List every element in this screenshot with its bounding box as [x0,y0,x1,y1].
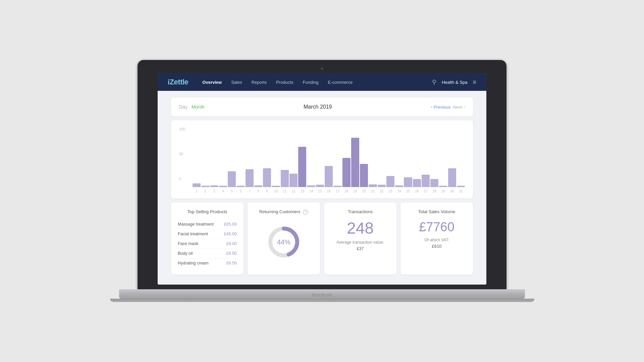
bar-group-25 [404,177,412,187]
prev-button[interactable]: ‹ Previous [431,105,451,110]
widgets-row: Top Selling Products Massage treatment£6… [171,202,473,275]
list-item: Massage treatment£65.00 [178,220,237,229]
x-label-25: 25 [404,189,412,193]
bar-group-5 [228,171,236,187]
camera [321,67,323,70]
x-label-4: 4 [219,189,227,193]
nav-ecommerce[interactable]: E-commerce [324,78,357,87]
bar-group-17 [333,186,341,187]
bar-29 [439,186,447,187]
bar-23 [386,176,394,187]
laptop-base: MacBook [119,289,525,299]
x-label-29: 29 [439,189,447,193]
bar-group-27 [422,175,430,187]
tab-month[interactable]: Month [192,103,205,111]
donut-container: 44% [265,224,302,260]
bar-2 [201,186,209,187]
bar-30 [448,168,456,187]
date-tabs: Day Month [179,103,205,111]
nav-funding[interactable]: Funding [299,78,323,87]
donut-percent: 44% [277,238,290,246]
x-label-27: 27 [422,189,430,193]
bar-group-16 [325,166,333,187]
avg-value: £37 [331,246,390,251]
bar-group-15 [316,185,324,187]
top-selling-widget: Top Selling Products Massage treatment£6… [171,202,244,275]
bar-group-23 [386,176,394,187]
x-label-6: 6 [236,189,245,193]
bar-group-28 [430,179,438,187]
next-button[interactable]: Next › [453,105,465,110]
screen: iZettle Overview Sales Reports Products … [158,73,486,285]
next-label: Next [453,105,462,110]
x-label-11: 11 [281,189,289,193]
donut-wrapper: 44% [254,220,313,264]
menu-icon[interactable]: ≡ [473,79,476,86]
prev-chevron: ‹ [431,105,432,109]
next-chevron: › [464,105,465,109]
x-label-9: 9 [263,189,271,193]
laptop-foot [110,299,534,302]
bar-14 [307,185,315,187]
navigation: iZettle Overview Sales Reports Products … [158,73,486,91]
bar-4 [219,186,227,187]
product-name: Massage treatment [178,222,214,227]
list-item: Body oil£6.50 [178,249,237,258]
y-label-50: 50 [179,152,185,156]
logo-zettle: Zettle [170,78,189,86]
date-navigation: ‹ Previous Next › [431,105,465,110]
product-name: Facial treatment [178,232,208,236]
bar-group-31 [457,186,465,187]
bar-group-4 [219,186,227,187]
x-label-8: 8 [254,189,262,193]
laptop-brand: MacBook [312,292,332,297]
product-name: Hydrating cream [178,261,209,265]
prev-label: Previous [434,105,451,110]
x-label-30: 30 [448,189,456,193]
x-label-28: 28 [430,189,438,193]
nav-sales[interactable]: Sales [227,78,246,87]
bar-27 [422,175,430,187]
product-price: £9.00 [226,241,237,246]
bar-group-18 [342,158,351,187]
vat-label: Of which VAT: [407,238,466,242]
sales-volume-widget: Total Sales Volume £7760 Of which VAT: £… [400,202,473,275]
sales-total: £7760 [407,220,466,235]
product-price: £65.00 [224,222,237,227]
bar-7 [246,169,254,187]
list-item: Facial treatment£45.00 [178,229,237,239]
bar-group-3 [210,185,218,187]
x-label-31: 31 [457,189,465,193]
bar-15 [316,185,324,187]
y-label-100: 100 [179,127,185,131]
nav-products[interactable]: Products [272,78,297,87]
product-name: Body oil [178,251,193,256]
bar-22 [378,185,386,187]
help-icon[interactable]: ? [303,209,308,215]
bar-26 [413,179,421,187]
x-label-22: 22 [378,189,386,193]
chart-card: 100 50 0 1234567891011121314151617181920… [171,120,473,198]
x-label-2: 2 [201,189,209,193]
bar-group-8 [254,185,262,187]
x-label-19: 19 [351,189,359,193]
nav-overview[interactable]: Overview [198,78,226,87]
bar-5 [228,171,236,187]
bar-group-11 [281,170,289,187]
camera-icon: ⚲ [432,78,436,86]
logo: iZettle [168,78,188,86]
bar-group-7 [246,169,254,187]
x-label-5: 5 [228,189,236,193]
bar-group-9 [263,168,271,187]
tab-day[interactable]: Day [179,103,187,111]
bar-group-29 [439,186,447,187]
nav-reports[interactable]: Reports [248,78,271,87]
x-label-20: 20 [360,189,368,193]
bar-group-21 [369,184,377,187]
vat-value: £610 [407,244,466,249]
sales-title: Total Sales Volume [407,209,466,214]
transactions-widget: Transactions 248 Average transaction val… [324,202,396,275]
bar-group-2 [201,186,209,187]
chart-x-labels: 1234567891011121314151617181920212223242… [193,189,465,193]
bar-group-10 [272,186,280,187]
